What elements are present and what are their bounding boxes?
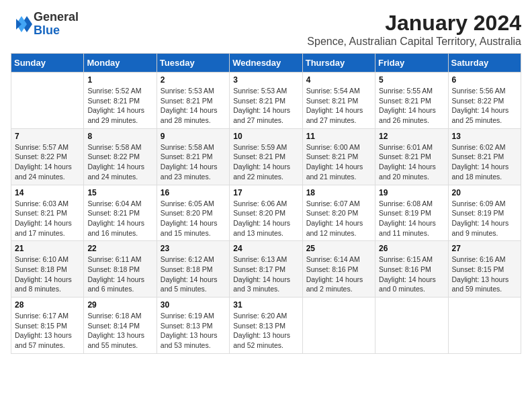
day-info: Sunrise: 6:11 AMSunset: 8:18 PMDaylight:… [87,255,152,294]
calendar-cell: 2Sunrise: 5:53 AMSunset: 8:21 PMDaylight… [157,73,229,129]
day-number: 5 [379,75,444,85]
calendar-cell [375,298,448,354]
day-number: 28 [15,300,80,310]
logo-general: General [34,11,79,24]
day-number: 17 [233,188,298,197]
calendar-cell: 20Sunrise: 6:09 AMSunset: 8:19 PMDayligh… [448,185,521,241]
day-number: 15 [87,188,152,197]
calendar: SundayMondayTuesdayWednesdayThursdayFrid… [11,53,521,354]
calendar-week-3: 14Sunrise: 6:03 AMSunset: 8:21 PMDayligh… [11,185,521,241]
header-friday: Friday [375,54,448,73]
title-area: January 2024 Spence, Australian Capital … [307,11,521,48]
day-number: 30 [161,300,226,310]
location-title: Spence, Australian Capital Territory, Au… [307,36,521,48]
day-info: Sunrise: 6:00 AMSunset: 8:21 PMDaylight:… [306,142,371,182]
calendar-cell: 3Sunrise: 5:53 AMSunset: 8:21 PMDaylight… [230,73,302,129]
day-number: 26 [379,244,444,253]
calendar-cell: 18Sunrise: 6:07 AMSunset: 8:20 PMDayligh… [302,185,375,241]
calendar-cell: 24Sunrise: 6:13 AMSunset: 8:17 PMDayligh… [230,241,302,298]
calendar-cell [448,298,521,354]
calendar-cell: 15Sunrise: 6:04 AMSunset: 8:21 PMDayligh… [84,185,157,241]
day-number: 24 [233,244,298,253]
calendar-cell: 19Sunrise: 6:08 AMSunset: 8:19 PMDayligh… [375,185,448,241]
day-number: 19 [379,188,444,197]
header-monday: Monday [84,54,157,73]
day-number: 1 [87,75,152,85]
day-number: 11 [306,132,371,141]
calendar-cell: 14Sunrise: 6:03 AMSunset: 8:21 PMDayligh… [11,185,84,241]
day-number: 2 [161,75,226,85]
month-title: January 2024 [307,11,521,36]
calendar-cell: 30Sunrise: 6:19 AMSunset: 8:13 PMDayligh… [157,298,229,354]
calendar-cell: 28Sunrise: 6:17 AMSunset: 8:15 PMDayligh… [11,298,84,354]
day-info: Sunrise: 6:15 AMSunset: 8:16 PMDaylight:… [379,255,444,294]
calendar-week-5: 28Sunrise: 6:17 AMSunset: 8:15 PMDayligh… [11,298,521,354]
calendar-cell: 17Sunrise: 6:06 AMSunset: 8:20 PMDayligh… [230,185,302,241]
day-info: Sunrise: 5:57 AMSunset: 8:22 PMDaylight:… [15,142,80,182]
day-info: Sunrise: 5:59 AMSunset: 8:21 PMDaylight:… [233,142,298,182]
day-number: 6 [452,75,517,85]
day-info: Sunrise: 6:17 AMSunset: 8:15 PMDaylight:… [15,311,80,351]
header: General Blue January 2024 Spence, Austra… [11,11,521,48]
day-info: Sunrise: 6:01 AMSunset: 8:21 PMDaylight:… [379,142,444,182]
day-info: Sunrise: 6:09 AMSunset: 8:19 PMDaylight:… [452,199,517,238]
day-info: Sunrise: 5:53 AMSunset: 8:21 PMDaylight:… [233,86,298,126]
calendar-cell: 5Sunrise: 5:55 AMSunset: 8:21 PMDaylight… [375,73,448,129]
day-info: Sunrise: 6:08 AMSunset: 8:19 PMDaylight:… [379,199,444,238]
day-number: 21 [15,244,80,253]
day-number: 22 [87,244,152,253]
calendar-cell: 23Sunrise: 6:12 AMSunset: 8:18 PMDayligh… [157,241,229,298]
day-number: 3 [233,75,298,85]
calendar-cell [11,73,84,129]
logo-blue: Blue [34,24,79,38]
day-number: 18 [306,188,371,197]
day-number: 8 [87,132,152,141]
day-info: Sunrise: 6:05 AMSunset: 8:20 PMDaylight:… [161,199,226,238]
calendar-week-4: 21Sunrise: 6:10 AMSunset: 8:18 PMDayligh… [11,241,521,298]
header-wednesday: Wednesday [230,54,302,73]
calendar-cell: 25Sunrise: 6:14 AMSunset: 8:16 PMDayligh… [302,241,375,298]
calendar-cell: 16Sunrise: 6:05 AMSunset: 8:20 PMDayligh… [157,185,229,241]
day-number: 7 [15,132,80,141]
calendar-cell: 21Sunrise: 6:10 AMSunset: 8:18 PMDayligh… [11,241,84,298]
calendar-cell: 31Sunrise: 6:20 AMSunset: 8:13 PMDayligh… [230,298,302,354]
day-number: 31 [233,300,298,310]
day-info: Sunrise: 6:16 AMSunset: 8:15 PMDaylight:… [452,255,517,294]
day-number: 4 [306,75,371,85]
calendar-cell: 12Sunrise: 6:01 AMSunset: 8:21 PMDayligh… [375,128,448,185]
day-info: Sunrise: 6:18 AMSunset: 8:14 PMDaylight:… [87,311,152,351]
day-number: 12 [379,132,444,141]
day-info: Sunrise: 6:14 AMSunset: 8:16 PMDaylight:… [306,255,371,294]
logo: General Blue [11,11,79,38]
day-info: Sunrise: 5:56 AMSunset: 8:22 PMDaylight:… [452,86,517,126]
day-info: Sunrise: 6:04 AMSunset: 8:21 PMDaylight:… [87,199,152,238]
day-number: 29 [87,300,152,310]
calendar-cell: 8Sunrise: 5:58 AMSunset: 8:22 PMDaylight… [84,128,157,185]
day-info: Sunrise: 5:58 AMSunset: 8:22 PMDaylight:… [87,142,152,182]
calendar-cell: 27Sunrise: 6:16 AMSunset: 8:15 PMDayligh… [448,241,521,298]
calendar-cell: 1Sunrise: 5:52 AMSunset: 8:21 PMDaylight… [84,73,157,129]
header-tuesday: Tuesday [157,54,229,73]
day-info: Sunrise: 6:13 AMSunset: 8:17 PMDaylight:… [233,255,298,294]
day-number: 25 [306,244,371,253]
calendar-cell: 6Sunrise: 5:56 AMSunset: 8:22 PMDaylight… [448,73,521,129]
logo-icon [11,13,32,35]
day-info: Sunrise: 6:02 AMSunset: 8:21 PMDaylight:… [452,142,517,182]
day-info: Sunrise: 6:03 AMSunset: 8:21 PMDaylight:… [15,199,80,238]
calendar-cell: 22Sunrise: 6:11 AMSunset: 8:18 PMDayligh… [84,241,157,298]
day-number: 9 [161,132,226,141]
day-info: Sunrise: 6:20 AMSunset: 8:13 PMDaylight:… [233,311,298,351]
header-sunday: Sunday [11,54,84,73]
calendar-cell: 26Sunrise: 6:15 AMSunset: 8:16 PMDayligh… [375,241,448,298]
calendar-cell: 13Sunrise: 6:02 AMSunset: 8:21 PMDayligh… [448,128,521,185]
day-info: Sunrise: 6:06 AMSunset: 8:20 PMDaylight:… [233,199,298,238]
calendar-cell: 11Sunrise: 6:00 AMSunset: 8:21 PMDayligh… [302,128,375,185]
day-info: Sunrise: 6:19 AMSunset: 8:13 PMDaylight:… [161,311,226,351]
day-number: 13 [452,132,517,141]
day-info: Sunrise: 5:52 AMSunset: 8:21 PMDaylight:… [87,86,152,126]
header-thursday: Thursday [302,54,375,73]
day-info: Sunrise: 5:53 AMSunset: 8:21 PMDaylight:… [161,86,226,126]
day-number: 20 [452,188,517,197]
day-info: Sunrise: 6:12 AMSunset: 8:18 PMDaylight:… [161,255,226,294]
day-info: Sunrise: 6:10 AMSunset: 8:18 PMDaylight:… [15,255,80,294]
